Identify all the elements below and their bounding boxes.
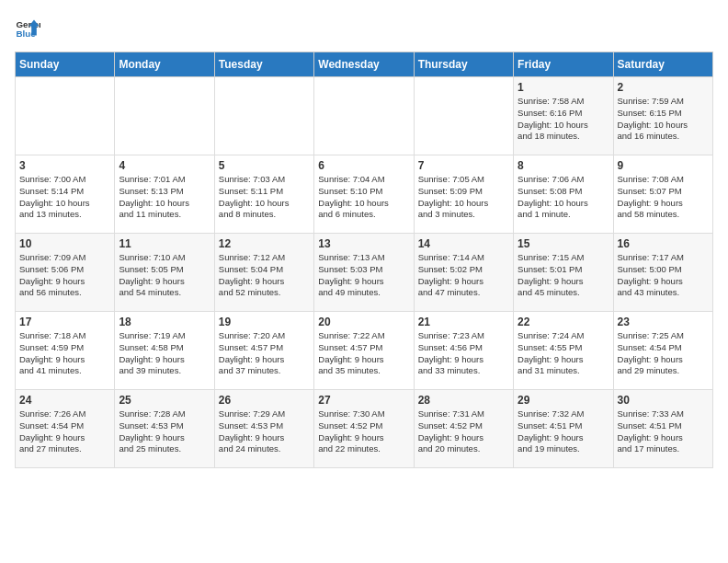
- day-number: 28: [418, 394, 509, 407]
- weekday-header-sunday: Sunday: [16, 52, 115, 77]
- weekday-header-monday: Monday: [115, 52, 214, 77]
- day-info: Sunrise: 7:14 AM Sunset: 5:02 PM Dayligh…: [418, 252, 509, 299]
- calendar-cell: [16, 77, 115, 155]
- calendar-cell: 17Sunrise: 7:18 AM Sunset: 4:59 PM Dayli…: [16, 312, 115, 390]
- day-number: 22: [518, 316, 609, 328]
- day-info: Sunrise: 7:00 AM Sunset: 5:14 PM Dayligh…: [19, 174, 110, 221]
- day-number: 9: [618, 159, 709, 172]
- day-info: Sunrise: 7:06 AM Sunset: 5:08 PM Dayligh…: [518, 174, 609, 221]
- day-info: Sunrise: 7:32 AM Sunset: 4:51 PM Dayligh…: [518, 408, 609, 455]
- day-number: 3: [19, 159, 110, 172]
- weekday-header-friday: Friday: [514, 52, 613, 77]
- day-info: Sunrise: 7:28 AM Sunset: 4:53 PM Dayligh…: [119, 408, 210, 455]
- day-info: Sunrise: 7:58 AM Sunset: 6:16 PM Dayligh…: [518, 96, 609, 143]
- day-info: Sunrise: 7:20 AM Sunset: 4:57 PM Dayligh…: [219, 330, 310, 377]
- calendar-cell: [115, 77, 214, 155]
- day-info: Sunrise: 7:24 AM Sunset: 4:55 PM Dayligh…: [518, 330, 609, 377]
- day-number: 27: [318, 394, 409, 407]
- logo: General Blue: [15, 15, 40, 40]
- day-number: 5: [219, 159, 310, 172]
- day-info: Sunrise: 7:04 AM Sunset: 5:10 PM Dayligh…: [318, 174, 409, 221]
- day-number: 18: [119, 316, 210, 328]
- week-row-3: 10Sunrise: 7:09 AM Sunset: 5:06 PM Dayli…: [16, 234, 713, 312]
- week-row-1: 1Sunrise: 7:58 AM Sunset: 6:16 PM Daylig…: [16, 77, 713, 155]
- day-info: Sunrise: 7:59 AM Sunset: 6:15 PM Dayligh…: [618, 96, 709, 143]
- day-number: 7: [418, 159, 509, 172]
- calendar-cell: 21Sunrise: 7:23 AM Sunset: 4:56 PM Dayli…: [414, 312, 513, 390]
- day-info: Sunrise: 7:03 AM Sunset: 5:11 PM Dayligh…: [219, 174, 310, 221]
- calendar-cell: 22Sunrise: 7:24 AM Sunset: 4:55 PM Dayli…: [514, 312, 613, 390]
- day-info: Sunrise: 7:19 AM Sunset: 4:58 PM Dayligh…: [119, 330, 210, 377]
- calendar-cell: 3Sunrise: 7:00 AM Sunset: 5:14 PM Daylig…: [16, 155, 115, 234]
- page-header: General Blue: [15, 15, 713, 40]
- day-info: Sunrise: 7:17 AM Sunset: 5:00 PM Dayligh…: [618, 252, 709, 299]
- day-number: 13: [318, 237, 409, 250]
- calendar-cell: 15Sunrise: 7:15 AM Sunset: 5:01 PM Dayli…: [514, 234, 613, 312]
- calendar-cell: 13Sunrise: 7:13 AM Sunset: 5:03 PM Dayli…: [314, 234, 414, 312]
- day-number: 23: [618, 316, 709, 328]
- day-number: 29: [518, 394, 609, 407]
- day-info: Sunrise: 7:08 AM Sunset: 5:07 PM Dayligh…: [618, 174, 709, 221]
- calendar-cell: 29Sunrise: 7:32 AM Sunset: 4:51 PM Dayli…: [514, 390, 613, 468]
- calendar-cell: [414, 77, 513, 155]
- calendar-cell: 26Sunrise: 7:29 AM Sunset: 4:53 PM Dayli…: [214, 390, 313, 468]
- weekday-header-saturday: Saturday: [613, 52, 712, 77]
- day-info: Sunrise: 7:10 AM Sunset: 5:05 PM Dayligh…: [119, 252, 210, 299]
- day-number: 12: [219, 237, 310, 250]
- day-info: Sunrise: 7:25 AM Sunset: 4:54 PM Dayligh…: [618, 330, 709, 377]
- day-number: 11: [119, 237, 210, 250]
- day-number: 25: [119, 394, 210, 407]
- day-number: 8: [518, 159, 609, 172]
- calendar-cell: 11Sunrise: 7:10 AM Sunset: 5:05 PM Dayli…: [115, 234, 214, 312]
- calendar-cell: 6Sunrise: 7:04 AM Sunset: 5:10 PM Daylig…: [314, 155, 414, 234]
- calendar-table: SundayMondayTuesdayWednesdayThursdayFrid…: [15, 52, 713, 468]
- day-info: Sunrise: 7:15 AM Sunset: 5:01 PM Dayligh…: [518, 252, 609, 299]
- day-number: 16: [618, 237, 709, 250]
- logo-icon: General Blue: [15, 15, 40, 40]
- day-number: 4: [119, 159, 210, 172]
- calendar-cell: 14Sunrise: 7:14 AM Sunset: 5:02 PM Dayli…: [414, 234, 513, 312]
- day-info: Sunrise: 7:31 AM Sunset: 4:52 PM Dayligh…: [418, 408, 509, 455]
- day-info: Sunrise: 7:01 AM Sunset: 5:13 PM Dayligh…: [119, 174, 210, 221]
- day-number: 15: [518, 237, 609, 250]
- calendar-cell: 1Sunrise: 7:58 AM Sunset: 6:16 PM Daylig…: [514, 77, 613, 155]
- day-number: 2: [618, 81, 709, 94]
- day-info: Sunrise: 7:23 AM Sunset: 4:56 PM Dayligh…: [418, 330, 509, 377]
- day-number: 24: [19, 394, 110, 407]
- day-number: 19: [219, 316, 310, 328]
- day-number: 6: [318, 159, 409, 172]
- day-number: 21: [418, 316, 509, 328]
- week-row-5: 24Sunrise: 7:26 AM Sunset: 4:54 PM Dayli…: [16, 390, 713, 468]
- calendar-cell: 12Sunrise: 7:12 AM Sunset: 5:04 PM Dayli…: [214, 234, 313, 312]
- calendar-cell: 30Sunrise: 7:33 AM Sunset: 4:51 PM Dayli…: [613, 390, 712, 468]
- calendar-cell: 9Sunrise: 7:08 AM Sunset: 5:07 PM Daylig…: [613, 155, 712, 234]
- day-info: Sunrise: 7:26 AM Sunset: 4:54 PM Dayligh…: [19, 408, 110, 455]
- weekday-header-thursday: Thursday: [414, 52, 513, 77]
- day-number: 26: [219, 394, 310, 407]
- calendar-cell: 5Sunrise: 7:03 AM Sunset: 5:11 PM Daylig…: [214, 155, 313, 234]
- calendar-cell: [314, 77, 414, 155]
- calendar-cell: 18Sunrise: 7:19 AM Sunset: 4:58 PM Dayli…: [115, 312, 214, 390]
- week-row-2: 3Sunrise: 7:00 AM Sunset: 5:14 PM Daylig…: [16, 155, 713, 234]
- calendar-cell: [214, 77, 313, 155]
- day-info: Sunrise: 7:13 AM Sunset: 5:03 PM Dayligh…: [318, 252, 409, 299]
- weekday-header-tuesday: Tuesday: [214, 52, 313, 77]
- calendar-cell: 8Sunrise: 7:06 AM Sunset: 5:08 PM Daylig…: [514, 155, 613, 234]
- day-number: 30: [618, 394, 709, 407]
- day-info: Sunrise: 7:29 AM Sunset: 4:53 PM Dayligh…: [219, 408, 310, 455]
- day-number: 17: [19, 316, 110, 328]
- calendar-cell: 25Sunrise: 7:28 AM Sunset: 4:53 PM Dayli…: [115, 390, 214, 468]
- day-info: Sunrise: 7:05 AM Sunset: 5:09 PM Dayligh…: [418, 174, 509, 221]
- calendar-cell: 19Sunrise: 7:20 AM Sunset: 4:57 PM Dayli…: [214, 312, 313, 390]
- calendar-cell: 27Sunrise: 7:30 AM Sunset: 4:52 PM Dayli…: [314, 390, 414, 468]
- day-info: Sunrise: 7:22 AM Sunset: 4:57 PM Dayligh…: [318, 330, 409, 377]
- calendar-cell: 2Sunrise: 7:59 AM Sunset: 6:15 PM Daylig…: [613, 77, 712, 155]
- day-number: 20: [318, 316, 409, 328]
- calendar-cell: 24Sunrise: 7:26 AM Sunset: 4:54 PM Dayli…: [16, 390, 115, 468]
- calendar-cell: 10Sunrise: 7:09 AM Sunset: 5:06 PM Dayli…: [16, 234, 115, 312]
- day-info: Sunrise: 7:30 AM Sunset: 4:52 PM Dayligh…: [318, 408, 409, 455]
- calendar-cell: 7Sunrise: 7:05 AM Sunset: 5:09 PM Daylig…: [414, 155, 513, 234]
- calendar-cell: 4Sunrise: 7:01 AM Sunset: 5:13 PM Daylig…: [115, 155, 214, 234]
- weekday-header-wednesday: Wednesday: [314, 52, 414, 77]
- day-number: 1: [518, 81, 609, 94]
